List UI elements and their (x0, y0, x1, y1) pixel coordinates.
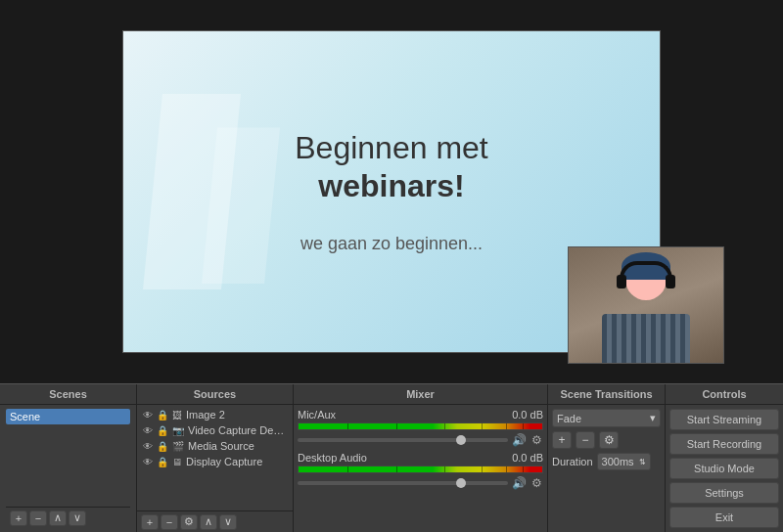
transitions-header: Scene Transitions (548, 384, 666, 404)
duration-value: 300ms (602, 456, 634, 467)
webcam-overlay (568, 246, 724, 364)
source-lock-icon: 🔒 (157, 425, 168, 436)
source-type-icon: 🎬 (172, 441, 184, 452)
settings-icon-mic[interactable]: ⚙ (530, 432, 543, 448)
controls-label: Controls (702, 388, 746, 400)
mixer-panel: Mic/Aux 0.0 dB 🔊 ⚙ (294, 405, 548, 532)
mute-icon-desktop[interactable]: 🔊 (511, 475, 528, 491)
volume-thumb-desktop[interactable] (456, 478, 466, 488)
scenes-label: Scenes (49, 388, 87, 400)
source-eye-icon[interactable]: 👁 (143, 425, 153, 436)
controls-header: Controls (666, 384, 783, 404)
slide-title-line1: Beginnen met (295, 130, 487, 165)
transitions-panel: Fade ▾ + − ⚙ Duration 300ms ⇅ (548, 405, 666, 532)
scene-item-scene[interactable]: Scene (6, 409, 130, 424)
source-eye-icon[interactable]: 👁 (143, 441, 153, 452)
person-headphones (620, 261, 672, 279)
webcam-background (569, 247, 723, 363)
panel-content: Scene + − ∧ ∨ 👁 🔒 🖼 Image 2 👁 (0, 405, 783, 532)
source-item-image2[interactable]: 👁 🔒 🖼 Image 2 (139, 407, 291, 422)
slide-title: Beginnen met webinars! (295, 129, 487, 204)
volume-slider-desktop[interactable] (298, 481, 508, 485)
mixer-channel-mic: Mic/Aux 0.0 dB 🔊 ⚙ (298, 409, 543, 448)
scenes-up-button[interactable]: ∧ (49, 510, 67, 526)
studio-mode-button[interactable]: Studio Mode (669, 458, 779, 479)
sources-label: Sources (194, 388, 236, 400)
duration-row: Duration 300ms ⇅ (552, 453, 661, 470)
source-name: Image 2 (186, 409, 225, 421)
mixer-channel-name: Mic/Aux (298, 409, 336, 421)
mixer-channel-db: 0.0 dB (512, 409, 543, 421)
start-recording-button[interactable]: Start Recording (669, 433, 779, 455)
mixer-meter-mic (298, 422, 543, 430)
scenes-remove-button[interactable]: − (29, 510, 47, 526)
source-type-icon: 🖥 (172, 457, 182, 467)
sources-add-button[interactable]: + (141, 514, 159, 530)
source-lock-icon: 🔒 (157, 441, 168, 452)
source-item-mediasource[interactable]: 👁 🔒 🎬 Media Source (139, 438, 291, 454)
mixer-channel-mic-header: Mic/Aux 0.0 dB (298, 409, 543, 421)
sources-gear-button[interactable]: ⚙ (180, 514, 198, 530)
slide-subtitle: we gaan zo beginnen... (300, 234, 483, 254)
sources-remove-button[interactable]: − (161, 514, 178, 530)
transition-type-value: Fade (557, 413, 581, 424)
settings-icon-desktop[interactable]: ⚙ (530, 475, 543, 491)
mixer-controls-desktop: 🔊 ⚙ (298, 475, 543, 491)
scenes-down-button[interactable]: ∨ (69, 510, 86, 526)
duration-label: Duration (552, 456, 593, 467)
mixer-header: Mixer (294, 384, 548, 404)
mixer-channel-db: 0.0 dB (512, 452, 543, 464)
mixer-meter-desktop (298, 466, 543, 473)
scenes-footer: + − ∧ ∨ (6, 507, 130, 528)
headphone-left-cup (617, 275, 626, 288)
preview-area: Beginnen met webinars! we gaan zo beginn… (0, 0, 783, 383)
scenes-header: Scenes (0, 384, 137, 404)
source-lock-icon: 🔒 (157, 457, 168, 467)
duration-input[interactable]: 300ms ⇅ (597, 453, 651, 470)
sources-footer: + − ⚙ ∧ ∨ (137, 510, 293, 532)
scenes-add-button[interactable]: + (10, 510, 27, 526)
scene-name: Scene (10, 411, 40, 422)
panel-headers: Scenes Sources Mixer Scene Transitions C… (0, 383, 783, 405)
source-item-videocapture[interactable]: 👁 🔒 📷 Video Capture De… (139, 422, 291, 438)
exit-button[interactable]: Exit (669, 507, 779, 528)
mute-icon-mic[interactable]: 🔊 (511, 432, 528, 448)
mixer-controls-mic: 🔊 ⚙ (298, 432, 543, 448)
transition-remove-button[interactable]: − (576, 431, 595, 449)
chevron-down-icon: ▾ (650, 412, 656, 424)
start-streaming-button[interactable]: Start Streaming (669, 409, 779, 430)
mixer-channel-desktop: Desktop Audio 0.0 dB 🔊 ⚙ (298, 452, 543, 491)
mixer-label: Mixer (406, 388, 435, 400)
slide-title-line2: webinars! (295, 167, 487, 204)
source-item-displaycapture[interactable]: 👁 🔒 🖥 Display Capture (139, 454, 291, 469)
sources-down-button[interactable]: ∨ (219, 514, 237, 530)
source-name: Display Capture (186, 456, 262, 467)
sources-up-button[interactable]: ∧ (200, 514, 217, 530)
source-name: Media Source (188, 440, 254, 452)
transition-add-button[interactable]: + (552, 431, 572, 449)
sources-list: 👁 🔒 🖼 Image 2 👁 🔒 📷 Video Capture De… 👁 … (137, 405, 293, 471)
volume-slider-mic[interactable] (298, 438, 508, 442)
person-shirt (602, 314, 690, 363)
volume-thumb-mic[interactable] (456, 435, 466, 445)
bottom-panel: Scenes Sources Mixer Scene Transitions C… (0, 383, 783, 532)
controls-panel: Start Streaming Start Recording Studio M… (666, 405, 783, 532)
scenes-panel: Scene + − ∧ ∨ (0, 405, 137, 532)
source-eye-icon[interactable]: 👁 (143, 410, 153, 421)
transition-gear-button[interactable]: ⚙ (599, 431, 619, 449)
settings-button[interactable]: Settings (669, 482, 779, 504)
mixer-channel-desktop-header: Desktop Audio 0.0 dB (298, 452, 543, 464)
source-type-icon: 📷 (172, 425, 184, 436)
scenes-list: Scene (6, 409, 130, 424)
sources-panel: 👁 🔒 🖼 Image 2 👁 🔒 📷 Video Capture De… 👁 … (137, 405, 294, 532)
source-type-icon: 🖼 (172, 410, 182, 421)
headphone-right-cup (666, 275, 675, 288)
duration-spinner-icon: ⇅ (639, 458, 646, 466)
source-lock-icon: 🔒 (157, 410, 168, 421)
transition-buttons: + − ⚙ (552, 431, 661, 449)
transitions-label: Scene Transitions (560, 388, 652, 400)
transition-type-select[interactable]: Fade ▾ (552, 409, 661, 427)
source-eye-icon[interactable]: 👁 (143, 457, 153, 467)
sources-header: Sources (137, 384, 294, 404)
source-name: Video Capture De… (188, 424, 284, 436)
